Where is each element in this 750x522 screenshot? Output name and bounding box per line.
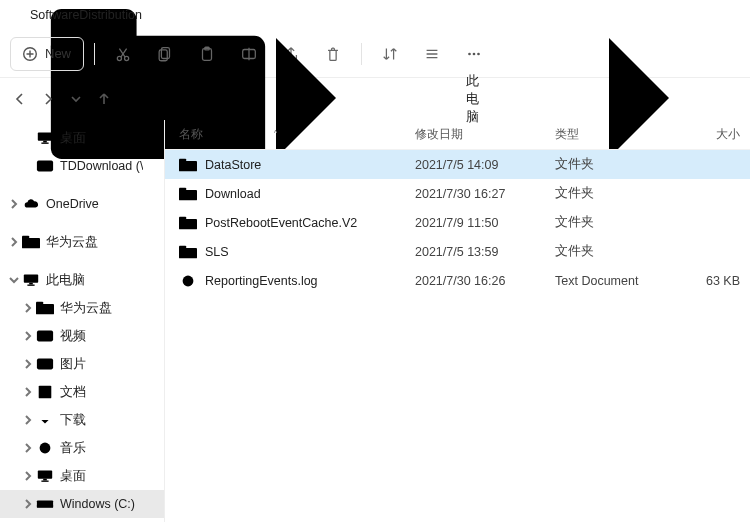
- column-headers: 名称˄ 修改日期 类型 大小: [165, 120, 750, 150]
- monitor-icon: [22, 273, 40, 287]
- drive-icon: [36, 497, 54, 511]
- up-button[interactable]: [96, 86, 112, 112]
- folder-icon: [179, 187, 197, 201]
- forward-button[interactable]: [40, 86, 56, 112]
- folder-icon: [179, 216, 197, 230]
- file-type: 文件夹: [555, 185, 675, 202]
- tree-item-label: 图片: [60, 356, 86, 373]
- tree-item-label: 文档: [60, 384, 86, 401]
- tree-item[interactable]: 华为云盘: [0, 294, 164, 322]
- chevron-right-icon[interactable]: [20, 415, 36, 425]
- chevron-right-icon[interactable]: [20, 359, 36, 369]
- column-header-date[interactable]: 修改日期: [415, 126, 555, 143]
- file-date: 2021/7/30 16:26: [415, 274, 555, 288]
- file-name: SLS: [205, 245, 229, 259]
- cloud-icon: [22, 197, 40, 211]
- tree-item[interactable]: TDDownload (\: [0, 152, 164, 180]
- plus-icon: [23, 47, 37, 61]
- back-button[interactable]: [12, 86, 28, 112]
- file-list: 名称˄ 修改日期 类型 大小 DataStore2021/7/5 14:09文件…: [165, 120, 750, 522]
- tree-item-label: 视频: [60, 328, 86, 345]
- column-header-name[interactable]: 名称˄: [179, 126, 415, 143]
- toolbar-separator: [94, 43, 95, 65]
- tree-item-label: 华为云盘: [46, 234, 98, 251]
- file-date: 2021/7/30 16:27: [415, 187, 555, 201]
- file-type: 文件夹: [555, 243, 675, 260]
- file-date: 2021/7/5 14:09: [415, 158, 555, 172]
- tree-item-label: Windows (C:): [60, 497, 135, 511]
- chevron-right-icon[interactable]: [20, 471, 36, 481]
- file-row[interactable]: SLS2021/7/5 13:59文件夹: [165, 237, 750, 266]
- green-icon: [36, 159, 54, 173]
- column-header-size[interactable]: 大小: [675, 126, 740, 143]
- chevron-right-icon[interactable]: [6, 199, 22, 209]
- tree-item-label: TDDownload (\: [60, 159, 143, 173]
- file-name: ReportingEvents.log: [205, 274, 318, 288]
- folder-icon: [22, 235, 40, 249]
- music-icon: [36, 441, 54, 455]
- file-name: Download: [205, 187, 261, 201]
- tree-item-label: 音乐: [60, 440, 86, 457]
- nav-tree: 桌面TDDownload (\OneDrive华为云盘此电脑华为云盘视频图片文档…: [0, 120, 165, 522]
- tree-item[interactable]: 桌面: [0, 462, 164, 490]
- tree-item[interactable]: 此电脑: [0, 266, 164, 294]
- folder-icon: [179, 158, 197, 172]
- tree-item-label: 桌面: [60, 130, 86, 147]
- tree-item[interactable]: 桌面: [0, 124, 164, 152]
- chevron-right-icon[interactable]: [20, 331, 36, 341]
- sort-caret-icon: ˄: [273, 129, 278, 140]
- new-button[interactable]: New: [10, 37, 84, 71]
- window-title: SoftwareDistribution: [30, 8, 142, 22]
- tree-item-label: 下载: [60, 412, 86, 429]
- tree-item[interactable]: 下载: [0, 406, 164, 434]
- file-row[interactable]: ReportingEvents.log2021/7/30 16:26Text D…: [165, 266, 750, 295]
- down-icon: [36, 413, 54, 427]
- file-type: Text Document: [555, 274, 675, 288]
- video-icon: [36, 329, 54, 343]
- file-row[interactable]: DataStore2021/7/5 14:09文件夹: [165, 150, 750, 179]
- tree-item-label: 桌面: [60, 468, 86, 485]
- monitor-icon: [36, 469, 54, 483]
- monitor-icon: [36, 131, 54, 145]
- chevron-right-icon[interactable]: [20, 443, 36, 453]
- file-row[interactable]: PostRebootEventCache.V22021/7/9 11:50文件夹: [165, 208, 750, 237]
- chevron-right-icon[interactable]: [20, 303, 36, 313]
- folder-icon: [179, 245, 197, 259]
- chevron-right-icon[interactable]: [20, 387, 36, 397]
- file-date: 2021/7/9 11:50: [415, 216, 555, 230]
- file-date: 2021/7/5 13:59: [415, 245, 555, 259]
- recent-button[interactable]: [68, 86, 84, 112]
- file-type: 文件夹: [555, 214, 675, 231]
- scissors-icon: [114, 45, 132, 63]
- tree-item[interactable]: 华为云盘: [0, 228, 164, 256]
- tree-item[interactable]: 视频: [0, 322, 164, 350]
- chevron-down-icon[interactable]: [6, 275, 22, 285]
- file-name: PostRebootEventCache.V2: [205, 216, 357, 230]
- tree-item[interactable]: OneDrive: [0, 190, 164, 218]
- column-header-type[interactable]: 类型: [555, 126, 675, 143]
- folder-icon: [132, 92, 150, 106]
- log-icon: [179, 274, 197, 288]
- tree-item-label: 此电脑: [46, 272, 85, 289]
- tree-item[interactable]: Windows (C:): [0, 490, 164, 518]
- tree-item[interactable]: 音乐: [0, 434, 164, 462]
- tree-item-label: OneDrive: [46, 197, 99, 211]
- file-name: DataStore: [205, 158, 261, 172]
- tree-item-label: 华为云盘: [60, 300, 112, 317]
- tree-item[interactable]: 图片: [0, 350, 164, 378]
- doc-icon: [36, 385, 54, 399]
- chevron-right-icon[interactable]: [6, 237, 22, 247]
- file-type: 文件夹: [555, 156, 675, 173]
- file-row[interactable]: Download2021/7/30 16:27文件夹: [165, 179, 750, 208]
- file-size: 63 KB: [675, 274, 740, 288]
- folder-icon: [8, 9, 24, 21]
- tree-item[interactable]: 文档: [0, 378, 164, 406]
- folder-icon: [36, 301, 54, 315]
- chevron-right-icon[interactable]: [20, 499, 36, 509]
- new-button-label: New: [45, 46, 71, 61]
- image-icon: [36, 357, 54, 371]
